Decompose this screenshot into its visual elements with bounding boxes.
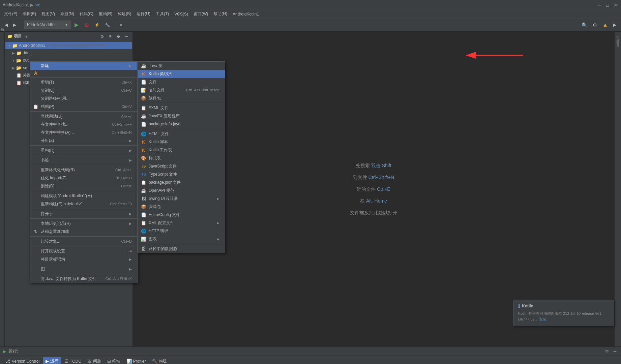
settings-btn[interactable]: ⚙ (591, 20, 599, 30)
sub-swing[interactable]: 🖼 Swing UI 设计器 ▶ (138, 194, 225, 203)
menu-window[interactable]: 窗口(W) (191, 10, 211, 18)
javascript-icon: JS (141, 164, 147, 168)
cm-find-usages[interactable]: 查找用法(U) Alt+F7 (30, 112, 137, 120)
tab-build[interactable]: 🔨 构建 (149, 357, 170, 364)
vc-icon: ⎇ (5, 359, 10, 364)
cm-new[interactable]: 新建 ▶ (30, 62, 137, 70)
bottom-bar: ⎇ Version Control ▶ 运行 ☑ TODO ⚠ 问题 ⊞ 终端 … (0, 356, 621, 364)
cm-compare[interactable]: 比较对象... Ctrl+D (30, 237, 137, 245)
menu-help[interactable]: 帮助(H) (211, 10, 230, 18)
sub-stylesheet[interactable]: 🎨 样式表 (138, 154, 225, 162)
tab-problems[interactable]: ⚠ 问题 (85, 357, 104, 364)
sub-scratch[interactable]: 📝 临时文件 Ctrl+Alt+Shift+Insert (138, 86, 225, 94)
profile-button[interactable]: 🔧 (103, 20, 112, 30)
action-minimize[interactable]: ─ (123, 33, 130, 40)
stop-button[interactable]: ■ (118, 20, 124, 30)
menu-project[interactable]: AndroidKotlin1 (230, 11, 262, 17)
menu-nav[interactable]: 导航(N) (58, 10, 77, 18)
sub-http[interactable]: 🌐 HTTP 请求 (138, 227, 225, 235)
sub-kotlin-worksheet[interactable]: K Kotlin 工作表 (138, 146, 225, 154)
tab-version-control[interactable]: ⎇ Version Control (3, 357, 42, 364)
sub-javafx[interactable]: ☕ JavaFX 应用程序 (138, 112, 225, 120)
close-btn[interactable]: ✕ (613, 2, 618, 8)
sub-diagram[interactable]: 📊 图表 ▶ (138, 235, 225, 243)
cm-cut[interactable]: 剪切(T) Ctrl+X (30, 78, 137, 86)
tab-run[interactable]: ▶ 运行 (43, 357, 61, 364)
run-button[interactable]: ▶ (72, 20, 81, 30)
sub-java-class[interactable]: ☕ Java 类 (138, 62, 225, 70)
run-config-selector[interactable]: K HelloWorldKt ▼ (24, 21, 71, 29)
cm-build-module[interactable]: 构建模块 'AndroidKotlin1'(M) (30, 192, 137, 200)
sub-openapi[interactable]: ☕ OpenAPI 规范 (138, 186, 225, 194)
update-btn[interactable]: ▲ (600, 20, 610, 30)
cm-analyze[interactable]: 分析(Z) ▶ (30, 136, 137, 145)
sub-pkgjson[interactable]: 📋 package.json文件 (138, 178, 225, 186)
maximize-btn[interactable]: □ (605, 2, 610, 8)
sub-typescript[interactable]: TS TypeScript 文件 (138, 170, 225, 178)
menu-build[interactable]: 构建(B) (115, 10, 134, 18)
sub-datasource[interactable]: 🗄 路径中的数据源 (138, 245, 225, 253)
hint-nav: 栏 Alt+Home (350, 195, 397, 207)
minimize-btn[interactable]: ─ (597, 2, 602, 8)
cm-module-settings[interactable]: 打开模块设置 F4 (30, 247, 137, 255)
menu-vcs[interactable]: VCS(S) (172, 11, 191, 17)
cm-copy[interactable]: 复制(C) Ctrl+C (30, 86, 137, 94)
sub-fxml[interactable]: 📋 FXML 文件 (138, 104, 225, 112)
tab-terminal[interactable]: ⊞ 终端 (105, 357, 123, 364)
panel-dropdown[interactable]: ▼ (25, 34, 28, 38)
cm-refactor[interactable]: 重构(R) ▶ (30, 146, 137, 154)
debug-button[interactable]: 🐞 (82, 20, 91, 30)
cm-open-in[interactable]: 打开于 ▶ (30, 210, 137, 218)
run-settings-btn[interactable]: ⚙ (603, 348, 610, 355)
cm-find-in-files[interactable]: 在文件中查找... Ctrl+Shift+F (30, 120, 137, 128)
cm-replace-in-files[interactable]: 在文件中替换(A)... Ctrl+Shift+R (30, 128, 137, 136)
tab-profiler[interactable]: 📊 Profiler (124, 357, 149, 364)
cm-copy-path[interactable]: 复制路径/引用... (30, 94, 137, 102)
action-settings[interactable]: ⚙ (115, 33, 122, 40)
menu-edit[interactable]: 编辑(E) (20, 10, 39, 18)
profiler-icon: 📊 (126, 359, 132, 364)
toolbar-nav-back[interactable]: ◀ (3, 20, 10, 30)
tree-item-idea[interactable]: ▶ 📁 .idea (5, 49, 132, 57)
cm-a-item[interactable]: A (30, 70, 137, 77)
menu-code[interactable]: 代码(C) (77, 10, 96, 18)
cm-optimize-imports[interactable]: 优化 import(Z) Ctrl+Alt+O (30, 174, 137, 182)
cm-delete[interactable]: 删除(D)... Delete (30, 182, 137, 190)
sub-kotlin-class[interactable]: K Kotlin 类/文件 (138, 70, 225, 78)
menu-view[interactable]: 视图(V) (39, 10, 58, 18)
sub-pkginfo[interactable]: 📄 package-info.java (138, 120, 225, 128)
sub-html[interactable]: 🌐 HTML 文件 (138, 130, 225, 138)
sub-resource-bundle[interactable]: 📦 资源包 (138, 203, 225, 211)
search-everywhere[interactable]: 🔍 (580, 20, 589, 30)
sub-file[interactable]: 📄 文件 (138, 78, 225, 86)
coverage-button[interactable]: ⚡ (92, 20, 101, 30)
toolbar-nav-fwd[interactable]: ▶ (11, 20, 18, 30)
cm-convert-java[interactable]: 将 Java 文件转换为 Kotlin 文件 Ctrl+Alt+Shift+K (30, 275, 137, 283)
cm-rebuild[interactable]: 重新构建(E) '<default>' Ctrl+Shift+F9 (30, 200, 137, 208)
cm-paste[interactable]: 📋 粘贴(P) Ctrl+V (30, 102, 137, 111)
sub-kotlin-script[interactable]: K Kotlin 脚本 (138, 138, 225, 146)
sub-xml-config[interactable]: 📋 XML 配置文件 ▶ (138, 219, 225, 227)
menu-refactor[interactable]: 重构(R) (96, 10, 115, 18)
menu-file[interactable]: 文件(F) (1, 10, 20, 18)
gradle-label[interactable]: Gradle (616, 36, 620, 47)
cm-diagram[interactable]: 图 ▶ (30, 265, 137, 273)
cm-bookmarks[interactable]: 书签 ▶ (30, 156, 137, 164)
sep2 (30, 111, 137, 112)
action-sync[interactable]: ⊙ (99, 33, 106, 40)
action-collapse[interactable]: ≡ (107, 33, 114, 40)
notif-install-link[interactable]: 安装 (539, 317, 546, 321)
menu-tools[interactable]: 工具(T) (153, 10, 172, 18)
run-minimize-btn[interactable]: ─ (612, 348, 618, 355)
tree-item-root[interactable]: ▼ 📁 AndroidKotlin1 E:\研究生\美行科技\假期\程序\And… (5, 42, 132, 49)
menu-run[interactable]: 运行(U) (134, 10, 153, 18)
cm-mark-dir-as[interactable]: 将目录标记为 ▶ (30, 255, 137, 263)
sub-editorconfig[interactable]: 📄 EditorConfig 文件 (138, 211, 225, 219)
cm-local-history[interactable]: 本地历史记录(H) ▶ (30, 219, 137, 228)
tab-todo[interactable]: ☑ TODO (62, 357, 84, 364)
cm-reformat[interactable]: 重新格式化代码(R) Ctrl+Alt+L (30, 166, 137, 174)
more-btn[interactable]: ▶ (611, 20, 618, 30)
sub-javascript[interactable]: JS JavaScript 文件 (138, 162, 225, 170)
sub-package[interactable]: 📦 软件包 (138, 94, 225, 102)
cm-reload-from-disk[interactable]: ↻ 从磁盘重新加载 (30, 228, 137, 236)
